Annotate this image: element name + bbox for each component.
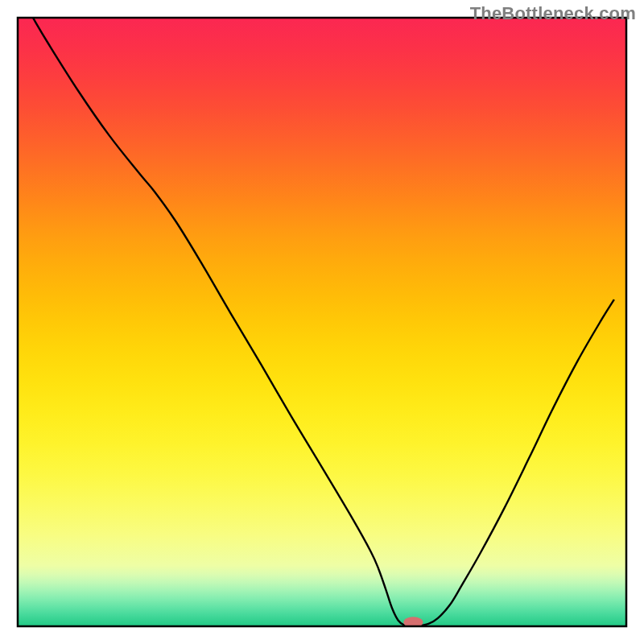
- chart-svg: [0, 0, 644, 644]
- gradient-background: [18, 18, 626, 626]
- watermark-text: TheBottleneck.com: [470, 3, 636, 24]
- bottleneck-chart: TheBottleneck.com: [0, 0, 644, 644]
